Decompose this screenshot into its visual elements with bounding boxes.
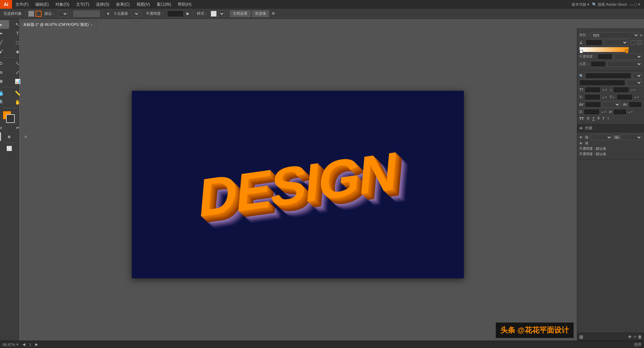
menu-view[interactable]: 视图(V) <box>133 0 153 9</box>
fill-mode-btn[interactable]: □ <box>0 132 1 141</box>
gradient-bar[interactable] <box>579 47 629 52</box>
gradient-stop-right[interactable] <box>625 50 629 53</box>
position-select[interactable] <box>607 61 642 67</box>
zoom-tool[interactable]: 🔍 <box>0 98 9 107</box>
language-select[interactable]: 英语：美国 <box>591 134 612 140</box>
v-scale-arrows[interactable]: ▲▼ <box>602 96 607 99</box>
line-height-input[interactable]: (14.4) <box>613 87 629 93</box>
underline-btn[interactable]: T <box>592 117 595 121</box>
bold-btn[interactable]: TT <box>579 117 584 121</box>
type-select[interactable]: 线性 <box>591 32 639 38</box>
panel-bottom-icon-1[interactable]: ⊞ <box>579 334 583 340</box>
style-select[interactable] <box>218 10 225 17</box>
stroke-color-swatch[interactable] <box>36 11 42 17</box>
visibility-eye-1[interactable]: 👁 <box>579 126 583 130</box>
eyedropper-tool[interactable]: 💧 <box>0 89 9 97</box>
menu-window[interactable]: 窗口(W) <box>153 0 174 9</box>
font-weight-input[interactable]: Black <box>579 80 625 86</box>
angle-input[interactable]: 0° <box>586 40 602 46</box>
menu-file[interactable]: 文件(F) <box>12 0 32 9</box>
brush-select[interactable] <box>131 10 140 17</box>
menu-type[interactable]: 文字(T) <box>73 0 93 9</box>
style-swatch[interactable] <box>211 11 217 17</box>
line-tool[interactable]: ╱ <box>0 38 9 47</box>
nav-next-btn[interactable]: ▶ <box>35 342 38 347</box>
artboard-tool[interactable]: ⬜ <box>1 144 17 153</box>
chart-tool[interactable]: 📊 <box>9 77 25 86</box>
canvas-area[interactable]: DESIGN <box>19 28 577 341</box>
eraser-tool[interactable]: ◈ <box>9 47 25 56</box>
font-name-select[interactable] <box>633 73 642 79</box>
menu-help[interactable]: 帮助(H) <box>174 0 195 9</box>
gradient-mode-btn[interactable]: ▦ <box>1 132 17 141</box>
window-controls[interactable]: — □ ✕ <box>630 2 641 7</box>
menu-object[interactable]: 对象(O) <box>52 0 72 9</box>
font-name-input[interactable]: Arial <box>585 73 631 79</box>
angle-select[interactable] <box>604 40 628 46</box>
h-scale-input[interactable]: 100% <box>616 94 633 100</box>
font-weight-select[interactable] <box>627 80 642 86</box>
preferences-btn[interactable]: 首选项 <box>252 10 269 17</box>
rotation-arrows[interactable]: ▲▼ <box>628 111 633 114</box>
stroke-select[interactable] <box>58 10 68 17</box>
lang-select-2[interactable] <box>621 134 642 140</box>
baseline-arrows[interactable]: ▲▼ <box>601 111 606 114</box>
panel-bottom-icon-3[interactable]: ✧ <box>633 335 637 339</box>
tab-close-btn[interactable]: × <box>91 23 93 26</box>
reverse-gradient-btn[interactable] <box>631 40 635 45</box>
type-tool[interactable]: T <box>9 29 25 38</box>
gradient-stop-left[interactable] <box>580 50 583 53</box>
main-tab[interactable]: 未标题-1* @ 66.67% (CMYK/GPU 预览) × <box>19 21 97 28</box>
zoom-display[interactable]: 66.67% ▾ <box>3 342 18 347</box>
hand-tool[interactable]: ✋ <box>9 98 25 107</box>
menu-edit[interactable]: 编辑(E) <box>32 0 52 9</box>
v-scale-input[interactable]: 100% <box>584 94 600 100</box>
strikethrough-btn[interactable]: T̶ <box>597 116 600 121</box>
paint-tool[interactable]: 🖌 <box>0 47 9 56</box>
zoom-dropdown[interactable]: ▾ <box>16 342 18 347</box>
opacity-arrow[interactable]: ▶ <box>185 11 191 16</box>
fill-color-swatch[interactable] <box>28 11 34 17</box>
h-scale-arrows[interactable]: ▲▼ <box>634 96 639 99</box>
stroke-input[interactable] <box>73 10 100 17</box>
rotate-tool[interactable]: ↻ <box>0 59 9 68</box>
none-swatch[interactable]: ⊘ <box>0 123 9 132</box>
menu-select[interactable]: 选择(S) <box>93 0 113 9</box>
type-dropdown-arrow[interactable]: ▾ <box>640 33 642 37</box>
page-input[interactable]: 1 <box>29 343 31 347</box>
tracking-input[interactable]: 自动 <box>585 101 601 108</box>
font-size-arrows[interactable]: ▲▼ <box>602 88 607 91</box>
kerning-input[interactable]: 0 <box>629 101 642 108</box>
opacity-input[interactable]: 100% <box>167 10 184 17</box>
font-size-input[interactable]: 12 pt <box>585 87 601 93</box>
symbol-tool[interactable]: ❋ <box>0 77 9 86</box>
none-mode-btn[interactable]: ⊘ <box>18 132 34 141</box>
italic-btn[interactable]: Tr <box>586 117 590 121</box>
rotation-input[interactable]: 0° <box>613 109 627 115</box>
tracking-select[interactable] <box>602 101 621 108</box>
doc-settings-btn[interactable]: 文档设置 <box>230 10 251 17</box>
position-input[interactable]: 20% <box>591 61 606 67</box>
select-tool[interactable]: ▸ <box>0 20 9 29</box>
panel-bottom-icon-2[interactable]: 👁 <box>628 335 632 339</box>
pen-tool[interactable]: ✒ <box>0 29 9 38</box>
free-transform-tool[interactable]: ⤢ <box>9 68 25 77</box>
nav-prev-btn[interactable]: ◀ <box>22 342 25 347</box>
gradient-opacity-input[interactable]: 0% <box>597 54 612 60</box>
swap-colors[interactable]: ⇄ <box>9 123 25 132</box>
line-height-arrows[interactable]: ▲▼ <box>631 88 636 91</box>
subscript-btn[interactable]: T <box>607 117 609 120</box>
panel-bottom-icon-4[interactable]: 🗑 <box>638 335 642 339</box>
stroke-swatch[interactable] <box>6 114 15 123</box>
visibility-eye-3[interactable]: 👁 <box>579 142 583 145</box>
baseline-input[interactable]: 0 pt <box>584 109 600 115</box>
extra-icon[interactable]: ⚙ <box>270 11 276 16</box>
menu-effect[interactable]: 效果(C) <box>113 0 133 9</box>
gradient-options-btn[interactable] <box>637 40 642 45</box>
opacity-select[interactable] <box>614 54 642 60</box>
superscript-btn[interactable]: T <box>602 117 605 121</box>
shape-tool[interactable]: □ <box>9 38 25 47</box>
measure-tool[interactable]: 📏 <box>9 89 25 97</box>
visibility-eye-2[interactable]: 👁 <box>579 136 583 139</box>
warp-tool[interactable]: ≋ <box>0 68 9 77</box>
